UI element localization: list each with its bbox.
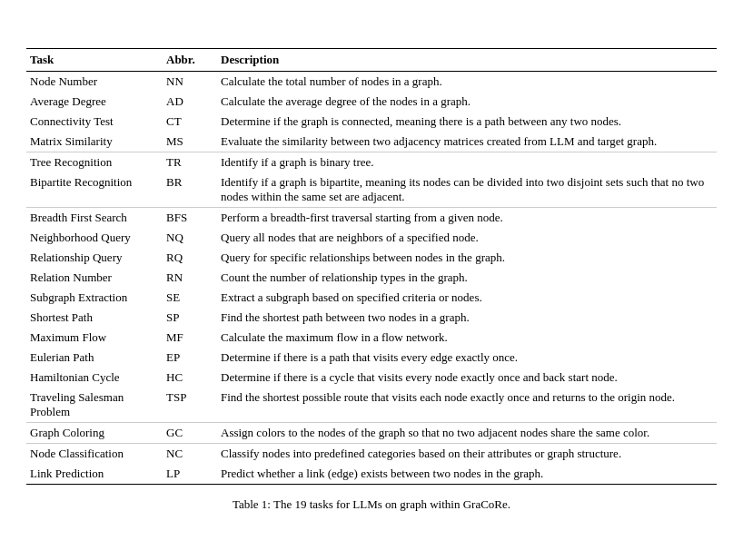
cell-task: Bipartite Recognition — [26, 172, 163, 208]
cell-desc: Determine if there is a cycle that visit… — [217, 368, 717, 388]
cell-desc: Extract a subgraph based on specified cr… — [217, 288, 717, 308]
cell-desc: Identify if a graph is binary tree. — [217, 152, 717, 173]
header-abbr: Abbr. — [163, 49, 217, 72]
table-header-row: Task Abbr. Description — [26, 49, 717, 72]
table-row: Subgraph ExtractionSEExtract a subgraph … — [26, 288, 717, 308]
cell-abbr: NC — [163, 444, 217, 465]
cell-abbr: EP — [163, 348, 217, 368]
cell-task: Link Prediction — [26, 464, 163, 485]
table-caption: Table 1: The 19 tasks for LLMs on graph … — [26, 497, 717, 512]
table-row: Bipartite RecognitionBRIdentify if a gra… — [26, 172, 717, 208]
table-row: Average DegreeADCalculate the average de… — [26, 92, 717, 112]
cell-task: Subgraph Extraction — [26, 288, 163, 308]
table-row: Matrix SimilarityMSEvaluate the similari… — [26, 132, 717, 152]
table-row: Relation NumberRNCount the number of rel… — [26, 268, 717, 288]
table-row: Shortest PathSPFind the shortest path be… — [26, 308, 717, 328]
cell-desc: Classify nodes into predefined categorie… — [217, 444, 717, 465]
table-row: Neighborhood QueryNQQuery all nodes that… — [26, 228, 717, 248]
table-row: Eulerian PathEPDetermine if there is a p… — [26, 348, 717, 368]
cell-desc: Calculate the total number of nodes in a… — [217, 72, 717, 93]
cell-task: Eulerian Path — [26, 348, 163, 368]
cell-desc: Find the shortest possible route that vi… — [217, 388, 717, 423]
cell-abbr: BFS — [163, 208, 217, 229]
table-row: Connectivity TestCTDetermine if the grap… — [26, 112, 717, 132]
cell-desc: Assign colors to the nodes of the graph … — [217, 423, 717, 444]
cell-desc: Calculate the average degree of the node… — [217, 92, 717, 112]
cell-desc: Calculate the maximum flow in a flow net… — [217, 328, 717, 348]
cell-abbr: MS — [163, 132, 217, 152]
cell-abbr: NQ — [163, 228, 217, 248]
table-row: Graph ColoringGCAssign colors to the nod… — [26, 423, 717, 444]
cell-desc: Count the number of relationship types i… — [217, 268, 717, 288]
cell-task: Average Degree — [26, 92, 163, 112]
cell-task: Tree Recognition — [26, 152, 163, 173]
cell-task: Node Classification — [26, 444, 163, 465]
cell-task: Relation Number — [26, 268, 163, 288]
cell-abbr: LP — [163, 464, 217, 485]
cell-desc: Evaluate the similarity between two adja… — [217, 132, 717, 152]
cell-desc: Query for specific relationships between… — [217, 248, 717, 268]
cell-desc: Identify if a graph is bipartite, meanin… — [217, 172, 717, 208]
cell-abbr: GC — [163, 423, 217, 444]
cell-abbr: AD — [163, 92, 217, 112]
cell-desc: Query all nodes that are neighbors of a … — [217, 228, 717, 248]
cell-task: Matrix Similarity — [26, 132, 163, 152]
cell-task: Graph Coloring — [26, 423, 163, 444]
cell-abbr: TSP — [163, 388, 217, 423]
cell-task: Connectivity Test — [26, 112, 163, 132]
cell-desc: Determine if there is a path that visits… — [217, 348, 717, 368]
tasks-table: Task Abbr. Description Node NumberNNCalc… — [26, 48, 717, 488]
cell-task: Relationship Query — [26, 248, 163, 268]
cell-abbr: SE — [163, 288, 217, 308]
table-row: Node NumberNNCalculate the total number … — [26, 72, 717, 93]
cell-task: Hamiltonian Cycle — [26, 368, 163, 388]
table-row: Tree RecognitionTRIdentify if a graph is… — [26, 152, 717, 173]
cell-desc: Perform a breadth-first traversal starti… — [217, 208, 717, 229]
table-row: Maximum FlowMFCalculate the maximum flow… — [26, 328, 717, 348]
cell-abbr: SP — [163, 308, 217, 328]
cell-abbr: BR — [163, 172, 217, 208]
cell-abbr: TR — [163, 152, 217, 173]
cell-task: Breadth First Search — [26, 208, 163, 229]
cell-task: Maximum Flow — [26, 328, 163, 348]
cell-abbr: HC — [163, 368, 217, 388]
header-desc: Description — [217, 49, 717, 72]
table-row: Relationship QueryRQQuery for specific r… — [26, 248, 717, 268]
cell-abbr: RQ — [163, 248, 217, 268]
table-footer-row — [26, 485, 717, 489]
cell-abbr: CT — [163, 112, 217, 132]
table-row: Link PredictionLPPredict whether a link … — [26, 464, 717, 485]
table-row: Hamiltonian CycleHCDetermine if there is… — [26, 368, 717, 388]
cell-task: Shortest Path — [26, 308, 163, 328]
cell-task: Neighborhood Query — [26, 228, 163, 248]
cell-abbr: MF — [163, 328, 217, 348]
cell-task: Traveling Salesman Problem — [26, 388, 163, 423]
cell-desc: Predict whether a link (edge) exists bet… — [217, 464, 717, 485]
header-task: Task — [26, 49, 163, 72]
main-container: Task Abbr. Description Node NumberNNCalc… — [17, 30, 726, 530]
cell-desc: Determine if the graph is connected, mea… — [217, 112, 717, 132]
table-row: Node ClassificationNCClassify nodes into… — [26, 444, 717, 465]
cell-abbr: NN — [163, 72, 217, 93]
cell-task: Node Number — [26, 72, 163, 93]
table-row: Traveling Salesman ProblemTSPFind the sh… — [26, 388, 717, 423]
table-row: Breadth First SearchBFSPerform a breadth… — [26, 208, 717, 229]
cell-desc: Find the shortest path between two nodes… — [217, 308, 717, 328]
cell-abbr: RN — [163, 268, 217, 288]
